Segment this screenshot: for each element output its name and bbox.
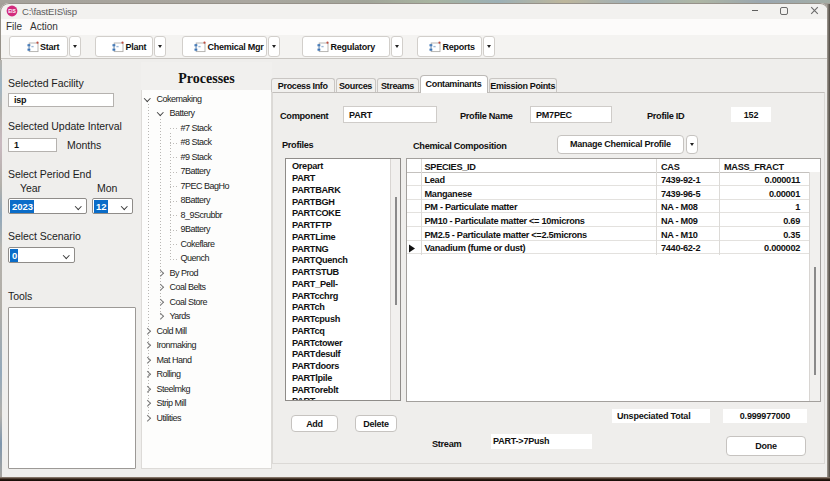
svg-text:EIS: EIS [8, 9, 15, 14]
